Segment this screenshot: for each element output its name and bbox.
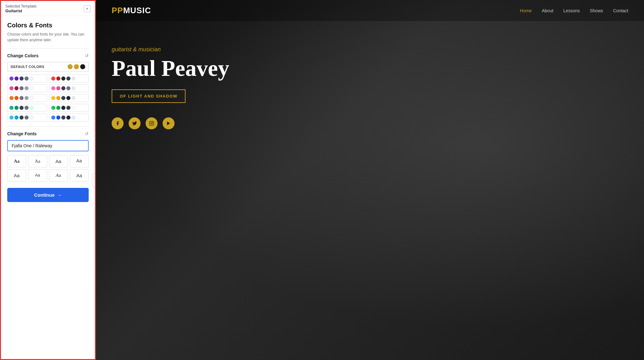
template-label: Selected Template: xyxy=(5,4,37,8)
default-colors-row[interactable]: DEFAULT COLORS xyxy=(7,62,89,71)
collapse-panel-button[interactable]: ‹ xyxy=(92,174,96,186)
preview-hero: guitarist & musician Paul Peavey OF LIGH… xyxy=(96,21,644,142)
logo-music: MUSIC xyxy=(123,6,151,15)
template-info: Selected Template: Guitarist xyxy=(5,4,37,13)
change-colors-header: Change Colors ↺ xyxy=(7,53,89,58)
font-grid: Aa Aa Aa Aa Aa Aa Aa Aa xyxy=(7,155,89,182)
svg-point-2 xyxy=(153,122,153,122)
nav-links: Home About Lessons Shows Contact xyxy=(520,8,628,13)
panel-title: Colors & Fonts xyxy=(7,22,89,29)
font-selector[interactable]: Fjalla One / Raleway xyxy=(7,140,89,151)
font-option-2[interactable]: Aa xyxy=(28,155,47,167)
panel-description: Choose colors and fonts for your site. Y… xyxy=(7,31,89,43)
close-button[interactable]: × xyxy=(84,5,91,12)
twitter-icon[interactable] xyxy=(129,117,141,129)
nav-contact[interactable]: Contact xyxy=(613,8,628,13)
left-panel: Selected Template: Guitarist × Colors & … xyxy=(0,0,96,360)
logo-pp: PP xyxy=(112,6,123,15)
divider-2 xyxy=(7,127,89,127)
change-fonts-header: Change Fonts ↺ xyxy=(7,131,89,136)
svg-marker-3 xyxy=(167,121,170,125)
facebook-icon[interactable] xyxy=(112,117,124,129)
font-option-5[interactable]: Aa xyxy=(7,169,26,182)
preview-panel: PP MUSIC Home About Lessons Shows Contac… xyxy=(96,0,644,360)
panel-body: Colors & Fonts Choose colors and fonts f… xyxy=(1,16,95,359)
palette-sky[interactable] xyxy=(7,114,47,121)
palette-blue[interactable] xyxy=(49,114,89,121)
nav-about[interactable]: About xyxy=(542,8,553,13)
nav-shows[interactable]: Shows xyxy=(590,8,603,13)
font-option-6[interactable]: Aa xyxy=(28,169,47,182)
palette-yellow[interactable] xyxy=(49,94,89,102)
palette-teal[interactable] xyxy=(7,104,47,112)
selected-template-bar: Selected Template: Guitarist × xyxy=(1,1,95,16)
palette-hotpink[interactable] xyxy=(49,84,89,92)
continue-button[interactable]: Continue → xyxy=(7,188,89,202)
site-logo: PP MUSIC xyxy=(112,6,151,15)
palette-green[interactable] xyxy=(49,104,89,112)
palette-purple[interactable] xyxy=(7,75,47,82)
default-dot-2 xyxy=(74,64,79,69)
font-option-8[interactable]: Aa xyxy=(70,169,89,182)
svg-rect-0 xyxy=(149,121,153,125)
svg-point-1 xyxy=(151,122,152,124)
youtube-icon[interactable] xyxy=(163,117,175,129)
palette-red[interactable] xyxy=(49,75,89,82)
continue-label: Continue xyxy=(34,192,55,198)
nav-lessons[interactable]: Lessons xyxy=(564,8,580,13)
hero-title: Paul Peavey xyxy=(112,57,628,81)
font-option-3[interactable]: Aa xyxy=(49,155,68,167)
font-option-7[interactable]: Aa xyxy=(49,169,68,182)
change-fonts-label: Change Fonts xyxy=(7,131,36,136)
font-option-4[interactable]: Aa xyxy=(70,155,89,167)
social-icons xyxy=(112,117,628,129)
template-name: Guitarist xyxy=(5,8,37,13)
divider-1 xyxy=(7,48,89,49)
default-dot-3 xyxy=(80,64,85,69)
default-dot-1 xyxy=(68,64,73,69)
colors-reset-icon[interactable]: ↺ xyxy=(85,53,89,58)
fonts-reset-icon[interactable]: ↺ xyxy=(85,131,89,136)
default-colors-label: DEFAULT COLORS xyxy=(11,65,66,69)
continue-arrow: → xyxy=(57,192,62,198)
palette-pink[interactable] xyxy=(7,84,47,92)
palette-grid xyxy=(7,75,89,121)
instagram-icon[interactable] xyxy=(146,117,158,129)
change-colors-label: Change Colors xyxy=(7,53,39,58)
hero-subtitle: guitarist & musician xyxy=(112,46,628,53)
nav-home[interactable]: Home xyxy=(520,8,532,13)
preview-navbar: PP MUSIC Home About Lessons Shows Contac… xyxy=(96,0,644,21)
hero-cta-button[interactable]: OF LIGHT AND SHADOW xyxy=(112,89,186,103)
palette-orange[interactable] xyxy=(7,94,47,102)
font-option-1[interactable]: Aa xyxy=(7,155,26,167)
